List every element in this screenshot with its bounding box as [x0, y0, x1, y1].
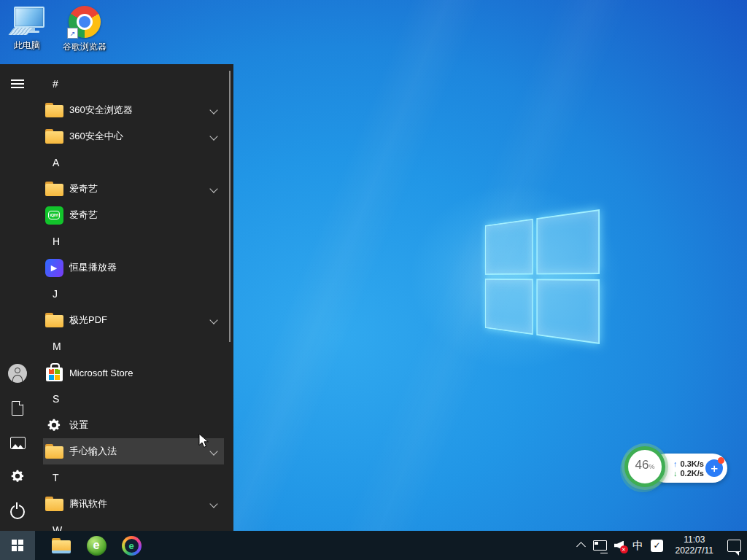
app-list-item[interactable]: 爱奇艺: [43, 176, 224, 202]
clock-time: 11:03: [684, 534, 705, 545]
logo-pane: [485, 219, 533, 275]
upload-speed-value: 0.3K/s: [681, 459, 704, 468]
logo-pane: [536, 209, 600, 274]
pictures-button[interactable]: [0, 427, 35, 459]
taskbar-file-explorer-button[interactable]: [44, 531, 79, 560]
logo-pane: [536, 279, 600, 344]
start-menu-app-list: #360安全浏览器360安全中心A爱奇艺iQIYI爱奇艺H▶恒星播放器J极光PD…: [35, 64, 233, 531]
app-label: 360安全中心: [69, 130, 205, 143]
app-list-section-header[interactable]: J: [35, 281, 233, 307]
app-label: 设置: [69, 419, 224, 432]
desktop-icon-label: 谷歌浏览器: [63, 41, 107, 53]
360-safe-browser-icon: e: [87, 536, 107, 556]
app-label: 360安全浏览器: [69, 104, 205, 117]
windows-logo-icon: [12, 540, 23, 551]
app-label: 极光PDF: [69, 314, 205, 327]
chevron-down-icon[interactable]: [209, 499, 217, 508]
download-speed-value: 0.2K/s: [681, 469, 704, 478]
app-label: 手心输入法: [69, 445, 205, 458]
desktop-icon-this-pc[interactable]: 此电脑: [3, 6, 51, 52]
tray-ime-icon-button[interactable]: ✓: [648, 531, 667, 560]
app-list-section-header[interactable]: W: [35, 517, 233, 531]
app-list-section-header[interactable]: #: [35, 71, 233, 97]
action-center-button[interactable]: [722, 531, 741, 560]
app-list-section-header[interactable]: M: [35, 333, 233, 359]
tray-network-button[interactable]: [591, 531, 610, 560]
start-menu-rail: [0, 64, 35, 531]
app-list-item[interactable]: 极光PDF: [43, 307, 224, 333]
pictures-icon: [10, 437, 26, 449]
speed-monitor-widget: ↑ 0.3K/s ↓ 0.2K/s ＋ 46 %: [619, 440, 735, 493]
shortcut-arrow-icon: ↗: [67, 28, 78, 39]
app-list-section-header[interactable]: S: [35, 386, 233, 412]
folder-icon: [44, 127, 63, 146]
user-avatar-icon: [8, 364, 27, 383]
taskbar-360-safe-browser-button[interactable]: e: [79, 531, 114, 560]
settings-button[interactable]: [0, 462, 35, 494]
app-list-item[interactable]: 设置: [43, 412, 224, 438]
folder-icon: [44, 311, 63, 330]
chevron-down-icon[interactable]: [209, 132, 217, 140]
tray-clock[interactable]: 11:03 2022/7/11: [667, 534, 723, 556]
chevron-down-icon[interactable]: [209, 316, 217, 324]
chevron-down-icon[interactable]: [209, 106, 217, 114]
ethernet-icon: [593, 540, 607, 551]
chevron-down-icon[interactable]: [209, 184, 217, 192]
app-list-item[interactable]: 360安全中心: [43, 123, 224, 149]
upload-speed-row: ↑ 0.3K/s: [673, 459, 704, 468]
section-letter: #: [53, 78, 58, 90]
start-button[interactable]: [0, 531, 35, 560]
folder-icon: [44, 442, 63, 461]
tray-ime-mode-button[interactable]: 中: [629, 531, 648, 560]
user-account-button[interactable]: [0, 357, 35, 389]
360-speed-browser-icon: e: [122, 536, 142, 556]
app-list-item[interactable]: iQIYI爱奇艺: [43, 202, 224, 228]
windows-logo-wallpaper: [432, 209, 600, 344]
memory-percent: 46: [635, 458, 649, 472]
input-method-icon: ✓: [651, 540, 663, 552]
settings-icon: [44, 416, 63, 435]
app-list-item[interactable]: 360安全浏览器: [43, 97, 224, 123]
chevron-up-icon: [576, 542, 586, 551]
folder-icon: [44, 494, 63, 513]
start-menu: #360安全浏览器360安全中心A爱奇艺iQIYI爱奇艺H▶恒星播放器J极光PD…: [0, 64, 233, 531]
documents-button[interactable]: [0, 392, 35, 424]
section-letter: M: [53, 341, 61, 352]
power-button[interactable]: [0, 496, 35, 528]
download-arrow-icon: ↓: [673, 469, 678, 478]
folder-icon: [44, 179, 63, 198]
ime-mode-label: 中: [632, 539, 643, 553]
app-list-item[interactable]: 手心输入法: [43, 438, 224, 464]
memory-usage-ball[interactable]: 46 %: [624, 446, 665, 487]
mouse-cursor: [198, 433, 209, 451]
app-list-item[interactable]: ▶恒星播放器: [43, 254, 224, 281]
tray-volume-button[interactable]: ✕: [610, 531, 629, 560]
app-label: 腾讯软件: [69, 497, 205, 510]
gear-icon: [10, 469, 25, 486]
app-list-section-header[interactable]: T: [35, 464, 233, 491]
expand-menu-button[interactable]: [0, 68, 35, 100]
app-list-item[interactable]: 腾讯软件: [43, 491, 224, 517]
app-list-section-header[interactable]: H: [35, 228, 233, 254]
download-speed-row: ↓ 0.2K/s: [673, 469, 704, 478]
app-label: 爱奇艺: [69, 209, 224, 222]
this-pc-icon: [9, 6, 44, 36]
section-letter: A: [53, 157, 59, 168]
scrollbar[interactable]: [229, 71, 231, 342]
player-icon: ▶: [44, 258, 63, 277]
power-icon: [10, 505, 25, 519]
app-list-section-header[interactable]: A: [35, 149, 233, 176]
taskbar-360-speed-browser-button[interactable]: e: [114, 531, 149, 560]
upload-arrow-icon: ↑: [673, 459, 678, 468]
chevron-down-icon[interactable]: [209, 447, 217, 455]
iqiyi-icon: iQIYI: [44, 206, 63, 225]
desktop-icon-chrome[interactable]: ↗ 谷歌浏览器: [61, 6, 109, 53]
section-letter: W: [53, 524, 62, 531]
app-list-item[interactable]: Microsoft Store: [43, 359, 224, 386]
file-explorer-icon: [52, 538, 71, 553]
section-letter: T: [53, 472, 59, 483]
app-label: 爱奇艺: [69, 182, 205, 195]
folder-icon: [44, 101, 63, 120]
tray-overflow-button[interactable]: [572, 531, 591, 560]
hamburger-icon: [11, 79, 24, 81]
